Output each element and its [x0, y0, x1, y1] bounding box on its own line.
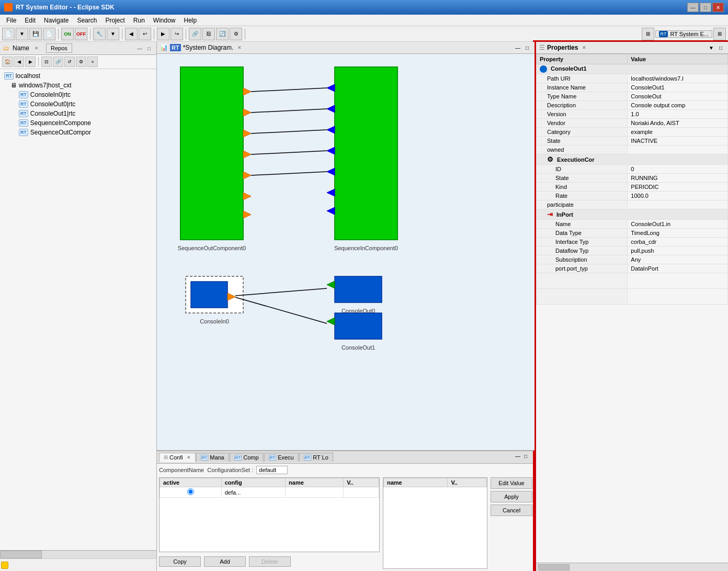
seq-out-port-2[interactable]: [243, 130, 251, 137]
menu-window[interactable]: Window: [149, 16, 180, 25]
tree-item-seqout[interactable]: RT SequenceOutCompor: [2, 128, 154, 137]
console-out0[interactable]: [335, 276, 382, 303]
console-out1-port[interactable]: [327, 318, 335, 325]
edit-value-button[interactable]: Edit Value: [491, 477, 532, 489]
tab-close-name[interactable]: ✕: [35, 46, 39, 51]
menu-run[interactable]: Run: [129, 16, 149, 25]
prop-max-btn[interactable]: □: [716, 43, 725, 52]
tb-rt-off[interactable]: OFF: [75, 28, 87, 40]
menu-navigate[interactable]: Navigate: [40, 16, 73, 25]
tree-item-consolein0[interactable]: RT ConsoleIn0|rtc: [2, 90, 154, 99]
config-cell-active-0[interactable]: [160, 487, 222, 498]
tb-link2[interactable]: ⛓: [202, 28, 215, 40]
menu-edit[interactable]: Edit: [20, 16, 40, 25]
seq-out-port-4[interactable]: [243, 172, 251, 179]
close-button[interactable]: ✕: [712, 3, 724, 12]
seq-out-port-1[interactable]: [243, 109, 251, 116]
tb-back[interactable]: ◀: [125, 28, 138, 40]
nav-more-btn[interactable]: »: [87, 57, 98, 67]
copy-button[interactable]: Copy: [159, 556, 201, 567]
nav-collapse-btn[interactable]: ⊟: [41, 57, 52, 67]
seq-out-port-5[interactable]: [243, 193, 251, 200]
prop-close[interactable]: ✕: [582, 45, 586, 50]
tb-arrow-dropdown[interactable]: ▼: [16, 28, 28, 40]
tab-rtlo[interactable]: RT RT Lo: [299, 453, 333, 462]
tab-comp[interactable]: RT Comp: [230, 453, 264, 462]
console-out0-port[interactable]: [327, 281, 335, 288]
seq-out-port-0[interactable]: [243, 88, 251, 95]
scroll-thumb[interactable]: [0, 551, 42, 558]
seq-in-port-6[interactable]: [327, 207, 335, 215]
prop-min-btn[interactable]: ▼: [707, 43, 715, 52]
tb-button3[interactable]: 📄: [43, 28, 55, 40]
nav-settings-btn[interactable]: ⚙: [76, 57, 86, 67]
seq-in-component[interactable]: [335, 67, 397, 240]
menu-project[interactable]: Project: [101, 16, 129, 25]
seq-out-port-3[interactable]: [243, 151, 251, 158]
prop-cell-exec-id-key: ID: [537, 165, 628, 174]
menu-file[interactable]: File: [2, 16, 20, 25]
console-in-inner[interactable]: [191, 282, 228, 308]
tb-back-arrow[interactable]: ↩: [139, 28, 151, 40]
tb-forward[interactable]: ▶: [157, 28, 169, 40]
tab-execu[interactable]: RT Execu: [264, 453, 299, 462]
new-button[interactable]: 📄: [2, 28, 15, 40]
main-area: 🗂 Name ✕ Repos — □ 🏠 ◀ ▶ ⊟ 🔗 ↺ ⚙ » RT: [0, 42, 728, 571]
tree-item-rt[interactable]: RT localhost: [2, 71, 154, 81]
nav-back-btn[interactable]: ◀: [14, 57, 24, 67]
minimize-button[interactable]: —: [687, 3, 699, 12]
seq-in-port-4[interactable]: [327, 168, 335, 175]
tb-wrench[interactable]: 🔧: [93, 28, 106, 40]
diagram-max-btn[interactable]: □: [523, 43, 531, 52]
delete-button[interactable]: Delete: [249, 556, 291, 567]
tb-forward2[interactable]: ↪: [170, 28, 183, 40]
menu-help[interactable]: Help: [180, 16, 201, 25]
tb-link3[interactable]: 🔄: [216, 28, 229, 40]
tree-item-consoleout0[interactable]: RT ConsoleOut0|rtc: [2, 99, 154, 109]
nav-home-btn[interactable]: 🏠: [2, 57, 13, 67]
tb-arrow-dropdown2[interactable]: ▼: [107, 28, 119, 40]
config-radio-0[interactable]: [187, 488, 194, 495]
tab-config[interactable]: ⊞ Confi ✕: [159, 453, 196, 462]
seq-in-port-3[interactable]: [327, 147, 335, 154]
prop-scrollbar[interactable]: [536, 563, 728, 571]
seq-in-port-0[interactable]: [327, 84, 335, 92]
tree-item-seqin[interactable]: RT SequenceInCompone: [2, 118, 154, 128]
config-panel-min-btn[interactable]: —: [515, 453, 524, 462]
config-panel-max-btn[interactable]: □: [524, 453, 532, 462]
config-row-0[interactable]: defa...: [160, 487, 379, 498]
console-out1[interactable]: [335, 313, 382, 339]
seq-out-component[interactable]: [180, 67, 243, 240]
add-button[interactable]: Add: [204, 556, 246, 567]
tb-persp1[interactable]: ⊞: [642, 28, 654, 40]
tb-rt-on[interactable]: ON: [61, 28, 74, 40]
menu-search[interactable]: Search: [73, 16, 101, 25]
maximize-button[interactable]: □: [700, 3, 711, 12]
diagram-close[interactable]: ✕: [237, 45, 242, 50]
seq-in-port-5[interactable]: [327, 189, 335, 196]
tb-link4[interactable]: ⚙: [230, 28, 242, 40]
tree-item-windows7[interactable]: 🖥 windows7|host_cxt: [2, 81, 154, 90]
seq-in-port-2[interactable]: [327, 126, 335, 133]
diagram-min-btn[interactable]: —: [514, 43, 522, 52]
nav-forward-btn[interactable]: ▶: [25, 57, 36, 67]
prop-scroll-thumb[interactable]: [538, 564, 570, 570]
repos-tab[interactable]: Repos: [46, 43, 72, 53]
tb-persp2[interactable]: ⊞: [713, 28, 726, 40]
tree-item-consoleout1[interactable]: RT ConsoleOut1|rtc: [2, 109, 154, 118]
apply-button[interactable]: Apply: [491, 491, 532, 502]
nav-refresh-btn[interactable]: ↺: [64, 57, 75, 67]
window-controls[interactable]: — □ ✕: [687, 3, 724, 12]
cancel-button[interactable]: Cancel: [491, 505, 532, 516]
seq-in-port-1[interactable]: [327, 105, 335, 113]
seq-out-port-6[interactable]: [243, 211, 251, 218]
nav-link-btn[interactable]: 🔗: [53, 57, 63, 67]
panel-minimize-btn[interactable]: —: [135, 44, 144, 52]
tab-mana[interactable]: RT Mana: [196, 453, 229, 462]
prop-row-state: State INACTIVE: [537, 137, 728, 145]
left-panel-scrollbar[interactable]: [0, 550, 156, 558]
tb-link1[interactable]: 🔗: [189, 28, 201, 40]
config-tab-close[interactable]: ✕: [187, 455, 191, 460]
save-button[interactable]: 💾: [29, 28, 42, 40]
panel-maximize-btn[interactable]: □: [145, 44, 153, 52]
